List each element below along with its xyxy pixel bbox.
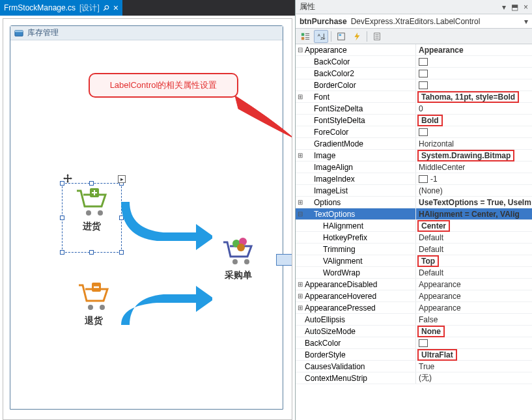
property-pages-icon[interactable] <box>370 30 384 43</box>
prop-row-FontSizeDelta[interactable]: FontSizeDelta0 <box>296 103 532 115</box>
prop-value[interactable]: Appearance <box>415 279 532 290</box>
designer-surface[interactable]: 库存管理 LabelControl的相关属性设置 <box>3 18 292 420</box>
prop-value[interactable]: System.Drawing.Bitmap <box>415 150 532 161</box>
categorized-icon[interactable] <box>298 30 313 43</box>
dropdown-icon[interactable]: ▾ <box>502 3 506 12</box>
prop-row-BackColor[interactable]: BackColor <box>296 56 532 68</box>
pin-icon[interactable]: ⬒ <box>511 3 518 12</box>
prop-value[interactable]: Appearance <box>415 302 532 313</box>
property-grid[interactable]: ⊟AppearanceAppearanceBackColorBackColor2… <box>296 44 532 420</box>
prop-row-ContextMenuStrip[interactable]: ContextMenuStrip(无) <box>296 372 532 384</box>
prop-value[interactable]: (None) <box>415 185 532 196</box>
resize-handle-tc[interactable] <box>89 181 94 186</box>
prop-value[interactable]: Bold <box>415 115 532 126</box>
prop-value[interactable]: (无) <box>415 372 532 384</box>
prop-row-GradientMode[interactable]: GradientModeHorizontal <box>296 138 532 150</box>
prop-row-BorderColor[interactable]: BorderColor <box>296 79 532 91</box>
prop-value[interactable]: Default <box>415 267 532 278</box>
prop-row-VAlignment[interactable]: VAlignmentTop <box>296 255 532 267</box>
prop-row-AppearanceDisabled[interactable]: ⊞AppearanceDisabledAppearance <box>296 279 532 290</box>
btn-return[interactable]: 退货 <box>68 281 120 343</box>
annotation-text: LabelControl的相关属性设置 <box>110 79 217 91</box>
events-icon[interactable] <box>350 30 364 43</box>
resize-handle-ml[interactable] <box>60 216 64 220</box>
component-selector[interactable]: btnPurchase DevExpress.XtraEditors.Label… <box>296 14 532 29</box>
prop-row-ImageList[interactable]: ImageList(None) <box>296 185 532 197</box>
prop-value[interactable]: Appearance <box>415 44 532 55</box>
alphabetical-icon[interactable]: AZ <box>314 30 328 43</box>
prop-row-CausesValidation[interactable]: CausesValidationTrue <box>296 361 532 372</box>
expand-toggle[interactable]: ⊞ <box>296 290 305 301</box>
prop-value[interactable]: 0 <box>415 103 532 114</box>
expand-toggle[interactable]: ⊞ <box>296 91 305 102</box>
expand-toggle[interactable]: ⊞ <box>296 302 305 313</box>
prop-value[interactable]: Center <box>415 220 532 231</box>
prop-value[interactable]: True <box>415 361 532 372</box>
svg-point-12 <box>237 244 245 251</box>
prop-value[interactable]: Default <box>415 232 532 243</box>
prop-row-ImageAlign[interactable]: ImageAlignMiddleCenter <box>296 161 532 173</box>
form-title: 库存管理 <box>27 27 59 38</box>
prop-value[interactable]: Appearance <box>415 290 532 301</box>
form-body[interactable]: LabelControl的相关属性设置 <box>10 40 283 409</box>
prop-value[interactable]: False <box>415 314 532 325</box>
prop-row-AppearanceHovered[interactable]: ⊞AppearanceHoveredAppearance <box>296 290 532 302</box>
prop-row-ForeColor[interactable]: ForeColor <box>296 126 532 138</box>
resize-handle-bc[interactable] <box>89 250 94 255</box>
prop-value[interactable]: Tahoma, 11pt, style=Bold <box>415 91 532 102</box>
prop-value[interactable] <box>415 68 532 79</box>
prop-row-Options[interactable]: ⊞OptionsUseTextOptions = True, UseIm <box>296 197 532 208</box>
prop-value[interactable]: MiddleCenter <box>415 161 532 173</box>
prop-value[interactable] <box>415 56 532 67</box>
expand-toggle[interactable]: ⊟ <box>296 44 305 55</box>
form-window[interactable]: 库存管理 LabelControl的相关属性设置 <box>10 25 283 410</box>
prop-row-ImageIndex[interactable]: ImageIndex-1 <box>296 173 532 185</box>
close-icon[interactable]: × <box>113 3 119 13</box>
btn-order[interactable]: 采购单 <box>212 236 264 298</box>
expand-toggle[interactable]: ⊞ <box>296 197 305 208</box>
prop-row-BackColor2[interactable]: BackColor2 <box>296 68 532 79</box>
prop-row-AutoSizeMode[interactable]: AutoSizeModeNone <box>296 326 532 337</box>
move-icon[interactable] <box>63 174 72 183</box>
prop-row-FontStyleDelta[interactable]: FontStyleDeltaBold <box>296 115 532 126</box>
prop-value[interactable]: Default <box>415 244 532 255</box>
prop-value[interactable]: Top <box>415 255 532 266</box>
smart-tag-icon[interactable] <box>118 175 126 183</box>
expand-toggle <box>296 255 305 266</box>
prop-value[interactable] <box>415 126 532 137</box>
expand-toggle[interactable]: ⊞ <box>296 279 305 290</box>
expand-toggle[interactable]: ⊟ <box>296 208 305 219</box>
prop-value[interactable]: -1 <box>415 173 532 184</box>
tab-pin-icon[interactable]: ⚲ <box>101 3 111 13</box>
prop-row-Trimming[interactable]: TrimmingDefault <box>296 244 532 255</box>
prop-row-TextOptions[interactable]: ⊟TextOptionsHAlignment = Center, VAlig <box>296 208 532 220</box>
expand-toggle <box>296 267 305 278</box>
active-document-tab[interactable]: FrmStockManage.cs [设计] ⚲ × <box>0 0 122 16</box>
prop-row-WordWrap[interactable]: WordWrapDefault <box>296 267 532 279</box>
prop-name: ImageList <box>314 185 415 196</box>
close-panel-icon[interactable]: × <box>524 3 528 12</box>
prop-value[interactable]: HAlignment = Center, VAlig <box>415 208 532 219</box>
prop-row-AutoEllipsis[interactable]: AutoEllipsisFalse <box>296 314 532 326</box>
prop-value[interactable] <box>415 337 532 348</box>
prop-row-Image[interactable]: ⊞ImageSystem.Drawing.Bitmap <box>296 150 532 161</box>
color-swatch <box>419 81 428 89</box>
prop-value[interactable]: UseTextOptions = True, UseIm <box>415 197 532 208</box>
prop-row-Appearance[interactable]: ⊟AppearanceAppearance <box>296 44 532 56</box>
prop-value[interactable]: UltraFlat <box>415 349 532 360</box>
resize-handle-bl[interactable] <box>60 250 64 255</box>
chevron-down-icon[interactable]: ▾ <box>524 17 528 26</box>
prop-row-Font[interactable]: ⊞FontTahoma, 11pt, style=Bold <box>296 91 532 103</box>
expand-toggle[interactable]: ⊞ <box>296 150 305 161</box>
prop-row-BackColor[interactable]: BackColor <box>296 337 532 349</box>
prop-row-HotkeyPrefix[interactable]: HotkeyPrefixDefault <box>296 232 532 244</box>
prop-row-AppearancePressed[interactable]: ⊞AppearancePressedAppearance <box>296 302 532 314</box>
properties-icon[interactable] <box>334 30 348 43</box>
expand-toggle <box>296 138 305 149</box>
btn-purchase[interactable]: 进货 <box>66 187 118 249</box>
prop-value[interactable] <box>415 79 532 91</box>
prop-value[interactable]: None <box>415 326 532 337</box>
prop-row-HAlignment[interactable]: HAlignmentCenter <box>296 220 532 232</box>
prop-value[interactable]: Horizontal <box>415 138 532 149</box>
prop-row-BorderStyle[interactable]: BorderStyleUltraFlat <box>296 349 532 361</box>
